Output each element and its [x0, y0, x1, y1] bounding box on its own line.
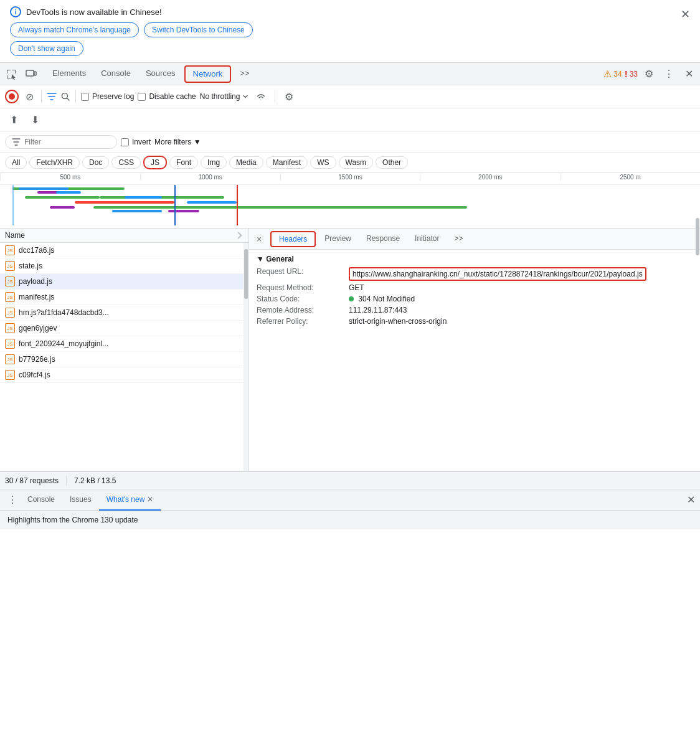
close-bottom-panel-button[interactable]: ✕ [687, 494, 695, 506]
tab-console[interactable]: Console [93, 63, 138, 85]
close-notification-button[interactable]: ✕ [681, 7, 690, 21]
file-list-scrollbar[interactable] [244, 243, 248, 471]
timeline-bar [56, 191, 81, 194]
type-btn-css[interactable]: CSS [111, 156, 141, 169]
timeline-ruler: 500 ms 1000 ms 1500 ms 2000 ms 2500 m [0, 172, 700, 185]
type-filter-bar: All Fetch/XHR Doc CSS JS Font Img Media … [0, 153, 700, 172]
separator-2 [75, 90, 76, 103]
file-item-dcc17a6[interactable]: JS dcc17a6.js [0, 243, 244, 258]
tab-elements[interactable]: Elements [45, 63, 93, 85]
select-element-icon[interactable] [2, 65, 20, 83]
warning-badge[interactable]: ⚠ 34 [603, 68, 622, 80]
file-item-gqen6[interactable]: JS gqen6yjgev [0, 321, 244, 336]
bottom-tab-issues[interactable]: Issues [62, 489, 99, 511]
record-button[interactable] [5, 90, 19, 103]
close-details-button[interactable]: × [252, 232, 267, 247]
tab-network[interactable]: Network [184, 65, 232, 83]
general-section-title: ▼ General [257, 255, 693, 263]
file-item-payload[interactable]: JS payload.js [0, 274, 244, 290]
close-devtools-icon[interactable]: ✕ [680, 65, 698, 83]
detail-tab-preview[interactable]: Preview [317, 229, 359, 250]
detail-tab-more[interactable]: >> [447, 229, 470, 250]
separator-3 [275, 90, 275, 103]
file-item-state[interactable]: JS state.js [0, 258, 244, 274]
preserve-log-checkbox[interactable] [81, 93, 89, 101]
timeline-bars [0, 185, 700, 225]
tab-sources[interactable]: Sources [138, 63, 183, 85]
file-list-body: JS dcc17a6.js JS state.js JS payload.js … [0, 243, 248, 471]
device-toolbar-icon[interactable] [22, 65, 40, 83]
network-settings-icon[interactable]: ⚙ [280, 88, 298, 105]
file-list-scroll[interactable]: JS dcc17a6.js JS state.js JS payload.js … [0, 243, 244, 471]
request-count: 30 / 87 requests [5, 476, 59, 485]
invert-checkbox[interactable] [121, 138, 129, 146]
type-btn-other[interactable]: Other [376, 156, 408, 169]
wifi-icon[interactable] [252, 88, 270, 105]
close-whatsnew-tab[interactable]: ✕ [147, 495, 153, 504]
bottom-tab-whatsnew[interactable]: What's new ✕ [99, 489, 161, 511]
settings-icon[interactable]: ⚙ [640, 65, 658, 83]
detail-tab-headers[interactable]: Headers [270, 231, 316, 247]
type-btn-doc[interactable]: Doc [82, 156, 109, 169]
js-file-icon: JS [5, 323, 15, 333]
file-name: font_2209244_moyujfginl... [19, 339, 108, 348]
dont-show-button[interactable]: Don't show again [10, 41, 83, 56]
timeline-bar [93, 206, 467, 209]
invert-label[interactable]: Invert [121, 138, 151, 146]
bottom-tab-console[interactable]: Console [20, 489, 62, 511]
file-item-font[interactable]: JS font_2209244_moyujfginl... [0, 336, 244, 352]
filter-input-wrap[interactable] [5, 135, 117, 149]
more-options-icon[interactable]: ⋮ [660, 65, 678, 83]
download-icon[interactable]: ⬇ [26, 111, 44, 128]
status-code-label: Status Code: [257, 295, 344, 303]
js-file-icon: JS [5, 354, 15, 364]
status-code-row: Status Code: 304 Not Modified [257, 295, 693, 303]
type-btn-font[interactable]: Font [169, 156, 198, 169]
main-content-area: Name JS dcc17a6.js JS state.js JS payloa… [0, 229, 700, 471]
file-item-c09f[interactable]: JS c09fcf4.js [0, 367, 244, 383]
filter-input[interactable] [24, 138, 99, 146]
file-name: dcc17a6.js [19, 246, 54, 255]
search-icon[interactable] [60, 92, 70, 102]
details-scrollbar[interactable] [695, 229, 700, 405]
separator-1 [41, 90, 42, 103]
filter-funnel-icon [12, 138, 21, 146]
more-filters-button[interactable]: More filters ▼ [154, 138, 201, 146]
tab-more[interactable]: >> [232, 63, 257, 85]
type-btn-manifest[interactable]: Manifest [266, 156, 308, 169]
type-btn-js[interactable]: JS [143, 156, 167, 169]
warning-count: 34 [613, 70, 622, 78]
bottom-menu-icon[interactable]: ⋮ [5, 494, 20, 506]
type-btn-fetchxhr[interactable]: Fetch/XHR [29, 156, 80, 169]
details-content: ▼ General Request URL: https://www.shang… [249, 250, 700, 471]
detail-tab-initiator[interactable]: Initiator [407, 229, 447, 250]
type-btn-media[interactable]: Media [229, 156, 263, 169]
error-count: 33 [630, 70, 638, 78]
remote-address-value: 111.29.11.87:443 [349, 306, 407, 314]
file-list-title: Name [5, 231, 25, 240]
file-item-hm[interactable]: JS hm.js?af1fda4748dacbd3... [0, 305, 244, 321]
file-item-manifest[interactable]: JS manifest.js [0, 290, 244, 305]
throttling-selector[interactable]: No throttling [200, 92, 249, 101]
tick-1000: 1000 ms [140, 174, 280, 181]
preserve-log-label[interactable]: Preserve log [81, 92, 134, 101]
error-badge[interactable]: ! 33 [625, 68, 638, 79]
type-btn-wasm[interactable]: Wasm [339, 156, 374, 169]
type-btn-all[interactable]: All [5, 156, 27, 169]
always-match-button[interactable]: Always match Chrome's language [10, 22, 139, 37]
disable-cache-checkbox[interactable] [138, 93, 146, 101]
network-toolbar-row2: ⬆ ⬇ [0, 108, 700, 131]
filter-icon[interactable] [47, 92, 57, 102]
timeline-marker-blue [174, 185, 176, 225]
referrer-policy-row: Referrer Policy: strict-origin-when-cros… [257, 317, 693, 326]
type-btn-ws[interactable]: WS [310, 156, 336, 169]
upload-icon[interactable]: ⬆ [5, 111, 22, 128]
notification-title: i DevTools is now available in Chinese! [10, 6, 690, 17]
clear-button[interactable]: ⊘ [22, 90, 36, 103]
file-item-b779[interactable]: JS b77926e.js [0, 352, 244, 367]
detail-tab-response[interactable]: Response [359, 229, 407, 250]
file-name: hm.js?af1fda4748dacbd3... [19, 308, 109, 317]
type-btn-img[interactable]: Img [201, 156, 227, 169]
switch-chinese-button[interactable]: Switch DevTools to Chinese [144, 22, 253, 37]
disable-cache-label[interactable]: Disable cache [138, 92, 196, 101]
